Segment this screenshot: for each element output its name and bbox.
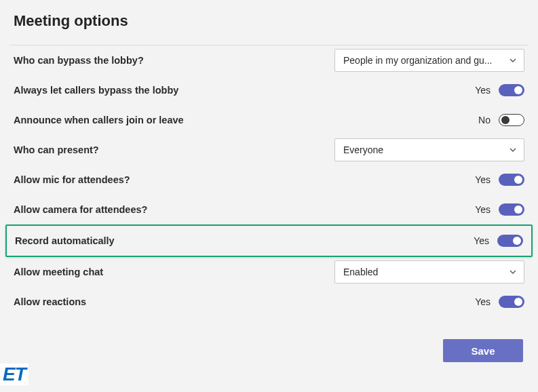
state-record-auto: Yes	[474, 235, 489, 246]
row-callers-bypass: Always let callers bypass the lobby Yes	[9, 75, 529, 105]
label-bypass-lobby: Who can bypass the lobby?	[14, 55, 144, 66]
select-bypass-lobby[interactable]: People in my organization and gu...	[334, 49, 524, 72]
toggle-allow-mic[interactable]	[499, 174, 524, 186]
row-meeting-chat: Allow meeting chat Enabled	[9, 257, 529, 287]
row-allow-mic: Allow mic for attendees? Yes	[9, 165, 529, 195]
select-present[interactable]: Everyone	[334, 138, 524, 161]
state-reactions: Yes	[475, 296, 491, 307]
select-meeting-chat-value: Enabled	[343, 267, 503, 277]
state-allow-camera: Yes	[475, 204, 491, 215]
toggle-reactions[interactable]	[499, 296, 524, 308]
toggle-record-auto[interactable]	[497, 235, 523, 247]
row-present: Who can present? Everyone	[9, 135, 529, 165]
row-announce: Announce when callers join or leave No	[9, 105, 529, 135]
select-meeting-chat[interactable]: Enabled	[334, 260, 524, 283]
toggle-announce[interactable]	[499, 114, 524, 126]
row-record-auto: Record automatically Yes	[5, 224, 533, 257]
select-bypass-lobby-value: People in my organization and gu...	[343, 55, 503, 66]
toggle-allow-camera[interactable]	[499, 203, 524, 216]
toggle-callers-bypass[interactable]	[499, 84, 524, 96]
label-announce: Announce when callers join or leave	[14, 115, 184, 125]
label-reactions: Allow reactions	[14, 296, 86, 307]
state-callers-bypass: Yes	[475, 85, 491, 96]
row-bypass-lobby: Who can bypass the lobby? People in my o…	[9, 45, 529, 75]
chevron-down-icon	[509, 268, 517, 276]
label-record-auto: Record automatically	[15, 235, 115, 246]
row-reactions: Allow reactions Yes	[9, 287, 529, 317]
label-allow-mic: Allow mic for attendees?	[14, 174, 130, 185]
chevron-down-icon	[509, 56, 517, 64]
select-present-value: Everyone	[343, 144, 503, 155]
label-allow-camera: Allow camera for attendees?	[14, 204, 147, 215]
label-callers-bypass: Always let callers bypass the lobby	[14, 85, 178, 96]
page-title: Meeting options	[14, 12, 529, 30]
row-allow-camera: Allow camera for attendees? Yes	[9, 195, 529, 224]
label-present: Who can present?	[14, 144, 99, 155]
state-allow-mic: Yes	[475, 174, 491, 185]
logo-et: ET	[0, 364, 28, 385]
state-announce: No	[478, 115, 491, 125]
save-button[interactable]: Save	[443, 339, 523, 362]
label-meeting-chat: Allow meeting chat	[14, 267, 103, 277]
chevron-down-icon	[509, 146, 517, 154]
